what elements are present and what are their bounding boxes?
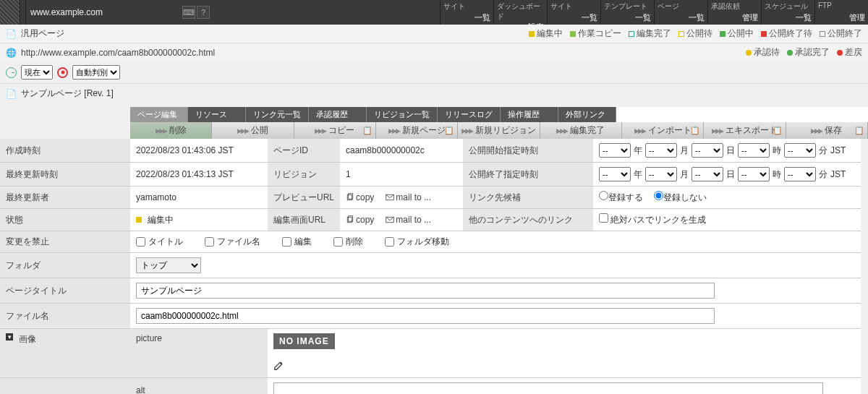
page-title-label: ページタイトル	[0, 278, 130, 304]
preview-url-label: プレビューURL	[268, 187, 340, 209]
revision-label: サンプルページ [Rev. 1]	[21, 87, 114, 100]
alt-input[interactable]	[273, 382, 823, 394]
tab-external-links[interactable]: 外部リンク	[558, 107, 616, 122]
editurl-mail-button[interactable]: mail to ...	[386, 215, 431, 225]
judge-select[interactable]: 自動判別	[72, 65, 120, 80]
tab-backlinks[interactable]: リンク元一覧	[246, 107, 309, 122]
editurl-copy-button[interactable]: copy	[346, 215, 374, 225]
updater-label: 最終更新者	[0, 187, 130, 209]
nav-approval[interactable]: 承認依頼管理	[707, 0, 761, 25]
copy-button[interactable]: ▶▶▶コピー📋	[294, 122, 376, 139]
collapse-icon[interactable]: ▾	[6, 333, 13, 341]
preview-url-actions: copy mail to ...	[340, 187, 463, 209]
folder-select[interactable]: トップ	[136, 257, 201, 273]
page-title-input[interactable]	[136, 283, 715, 299]
new-page-button[interactable]: ▶▶▶新規ページ📋	[376, 122, 458, 139]
status-field-label: 状態	[0, 209, 130, 231]
pubend-hour[interactable]: --	[738, 167, 770, 181]
revision-row: 📄 サンプルページ [Rev. 1]	[0, 84, 868, 107]
pubstart-month[interactable]: --	[645, 143, 677, 158]
filename-cell	[130, 304, 861, 329]
delete-button[interactable]: ▶▶▶削除	[130, 122, 212, 139]
tab-approval-history[interactable]: 承認履歴	[309, 107, 367, 122]
pubend-month[interactable]: --	[645, 167, 677, 181]
lock-edit[interactable]: 編集	[282, 236, 312, 248]
nav-template[interactable]: テンプレート一覧	[600, 0, 654, 25]
publish-button[interactable]: ▶▶▶公開	[212, 122, 294, 139]
lock-label: 変更を禁止	[0, 231, 130, 253]
full-url: http://www.example.com/caam8b000000002c.…	[21, 48, 215, 58]
pubstart-min[interactable]: --	[784, 143, 816, 158]
pubend-year[interactable]: --	[599, 167, 631, 181]
nav-page[interactable]: ページ一覧	[654, 0, 707, 25]
alt-label: alt	[130, 378, 268, 394]
top-bar: www.example.com ⌨ ? サイト一覧 ダッシュボード設定 サイト一…	[0, 0, 868, 25]
edit-image-icon[interactable]	[273, 361, 284, 373]
export-button[interactable]: ▶▶▶エキスポート📋	[704, 122, 786, 139]
pubend-label: 公開終了指定時刻	[463, 163, 593, 187]
help-icon[interactable]: ?	[197, 6, 210, 19]
preview-copy-button[interactable]: copy	[346, 192, 374, 202]
nav-site[interactable]: サイト一覧	[440, 0, 493, 25]
pubend-day[interactable]: --	[692, 167, 723, 181]
approval-legend: 承認待 承認完了 差戻	[746, 46, 862, 59]
updater-value: yamamoto	[130, 187, 268, 209]
image-section-label: ▾ 画像	[0, 329, 130, 378]
lock-delete[interactable]: 削除	[333, 236, 363, 248]
editurl-label: 編集画面URL	[268, 209, 340, 231]
app-logo	[0, 0, 20, 25]
otherlink-label: 他のコンテンツへのリンク	[463, 209, 593, 231]
clipboard-icon: 📋	[690, 126, 700, 135]
image-section-spacer	[0, 378, 130, 394]
time-select[interactable]: 現在	[21, 65, 53, 80]
clipboard-icon: 📋	[854, 126, 864, 135]
tab-resource[interactable]: リソース	[188, 107, 246, 122]
nav-schedule[interactable]: スケジュール一覧	[761, 0, 814, 25]
doc-icon: 📄	[6, 89, 17, 99]
status-legend: 編集中 作業コピー 編集完了 公開待 公開中 公開終了待 公開終了	[529, 27, 862, 40]
save-button[interactable]: ▶▶▶保存📋	[786, 122, 868, 139]
tab-revisions[interactable]: リビジョン一覧	[367, 107, 438, 122]
keyboard-icon[interactable]: ⌨	[182, 6, 195, 19]
created-label: 作成時刻	[0, 139, 130, 163]
url-box: www.example.com ⌨ ?	[26, 0, 214, 25]
edit-done-button[interactable]: ▶▶▶編集完了	[540, 122, 622, 139]
filename-label: ファイル名	[0, 304, 130, 329]
created-value: 2022/08/23 01:43:06 JST	[130, 139, 268, 163]
lock-title[interactable]: タイトル	[136, 236, 183, 248]
lock-filename[interactable]: ファイル名	[205, 236, 260, 248]
nav-ftp[interactable]: FTP管理	[814, 0, 868, 25]
tab-page-edit[interactable]: ページ編集	[130, 107, 188, 122]
property-grid: 作成時刻 2022/08/23 01:43:06 JST ページID caam8…	[0, 139, 868, 394]
pubstart-day[interactable]: --	[692, 143, 723, 158]
otherlink-value: 絶対パスでリンクを生成	[593, 209, 861, 231]
import-button[interactable]: ▶▶▶インポート📋	[622, 122, 704, 139]
target-icon	[57, 67, 68, 78]
alt-cell	[268, 378, 861, 394]
page-icon: 📄	[6, 29, 17, 39]
register-no-radio[interactable]: 登録しない	[654, 191, 707, 204]
pubend-min[interactable]: --	[784, 167, 816, 181]
link-candidate-label: リンク先候補	[463, 187, 593, 209]
preview-mail-button[interactable]: mail to ...	[386, 192, 431, 202]
clock-icon	[6, 67, 17, 78]
updated-label: 最終更新時刻	[0, 163, 130, 187]
tab-release-log[interactable]: リリースログ	[438, 107, 501, 122]
breadcrumb-row: 📄 汎用ページ 編集中 作業コピー 編集完了 公開待 公開中 公開終了待 公開終…	[0, 25, 868, 43]
new-revision-button[interactable]: ▶▶▶新規リビジョン	[458, 122, 540, 139]
nav-dashboard[interactable]: ダッシュボード設定	[493, 0, 547, 25]
pubstart-label: 公開開始指定時刻	[463, 139, 593, 163]
pubstart-hour[interactable]: --	[738, 143, 770, 158]
lock-folder[interactable]: フォルダ移動	[385, 236, 449, 248]
lock-options: タイトル ファイル名 編集 削除 フォルダ移動	[130, 231, 861, 253]
breadcrumb: 汎用ページ	[21, 27, 64, 40]
clipboard-icon: 📋	[444, 126, 454, 135]
abspath-checkbox[interactable]: 絶対パスでリンクを生成	[599, 213, 706, 226]
tab-op-history[interactable]: 操作履歴	[501, 107, 558, 122]
pubstart-year[interactable]: --	[599, 143, 631, 158]
page-title-cell	[130, 278, 861, 304]
link-candidate-value: 登録する 登録しない	[593, 187, 861, 209]
filename-input[interactable]	[136, 308, 715, 324]
register-yes-radio[interactable]: 登録する	[599, 191, 643, 204]
nav-site2[interactable]: サイト一覧	[547, 0, 600, 25]
